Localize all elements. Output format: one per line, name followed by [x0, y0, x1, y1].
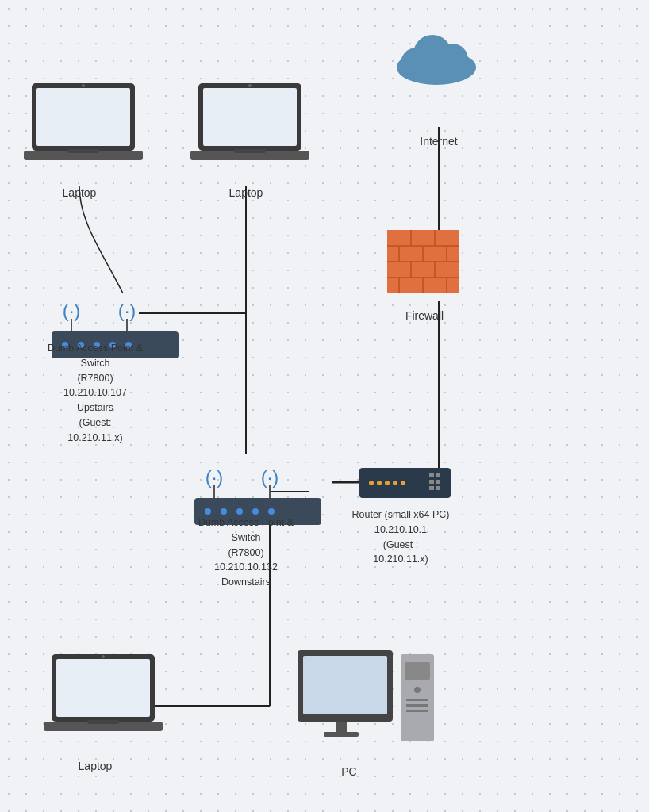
svg-point-48 [221, 508, 227, 515]
ap2-label: Dumb Access Point & Switch (R7800) 10.21… [182, 515, 309, 590]
firewall-icon [387, 230, 459, 293]
svg-text:(·): (·) [118, 300, 136, 321]
svg-point-7 [451, 56, 473, 79]
pc-label: PC [317, 765, 381, 778]
laptop3-icon [44, 650, 163, 737]
svg-point-68 [102, 655, 105, 658]
svg-rect-65 [56, 659, 150, 717]
svg-text:(·): (·) [205, 466, 224, 488]
svg-rect-56 [436, 480, 440, 484]
laptop1-label: Laptop [40, 186, 119, 199]
svg-text:(·): (·) [261, 466, 279, 488]
svg-point-50 [252, 508, 259, 515]
svg-point-26 [82, 84, 85, 87]
laptop3-label: Laptop [48, 760, 143, 772]
svg-rect-72 [324, 732, 359, 737]
svg-point-60 [377, 481, 382, 485]
svg-point-31 [248, 84, 252, 87]
svg-text:(·): (·) [63, 300, 81, 321]
router-icon [359, 464, 455, 507]
svg-rect-30 [234, 149, 266, 153]
svg-point-59 [369, 481, 374, 485]
pc-icon [294, 646, 436, 760]
svg-rect-77 [406, 704, 428, 707]
svg-rect-23 [36, 88, 130, 146]
svg-rect-54 [436, 473, 440, 477]
svg-point-63 [401, 481, 405, 485]
internet-label: Internet [407, 135, 470, 147]
svg-point-75 [414, 687, 421, 693]
ap1-label: Dumb Access Point & Switch (R7800) 10.21… [32, 341, 159, 445]
svg-point-62 [393, 481, 397, 485]
svg-rect-78 [406, 710, 428, 712]
svg-point-47 [205, 508, 211, 515]
svg-rect-76 [406, 699, 428, 701]
svg-rect-57 [429, 486, 434, 490]
svg-rect-67 [87, 720, 119, 724]
cloud-icon [389, 24, 484, 87]
svg-rect-74 [405, 662, 430, 680]
laptop2-label: Laptop [206, 186, 286, 199]
firewall-label: Firewall [389, 309, 460, 322]
svg-rect-28 [203, 88, 297, 146]
svg-rect-55 [429, 480, 434, 484]
svg-rect-58 [436, 486, 440, 490]
laptop2-icon [190, 79, 309, 167]
laptop1-icon [24, 79, 143, 167]
svg-rect-25 [67, 149, 99, 153]
svg-rect-53 [429, 473, 434, 477]
svg-point-49 [236, 508, 243, 515]
svg-point-61 [385, 481, 390, 485]
network-diagram: Internet Firewall [0, 0, 649, 812]
svg-rect-70 [303, 656, 387, 714]
svg-rect-71 [336, 722, 347, 733]
router-label: Router (small x64 PC) 10.210.10.1 (Guest… [349, 508, 452, 567]
svg-point-51 [268, 508, 275, 515]
